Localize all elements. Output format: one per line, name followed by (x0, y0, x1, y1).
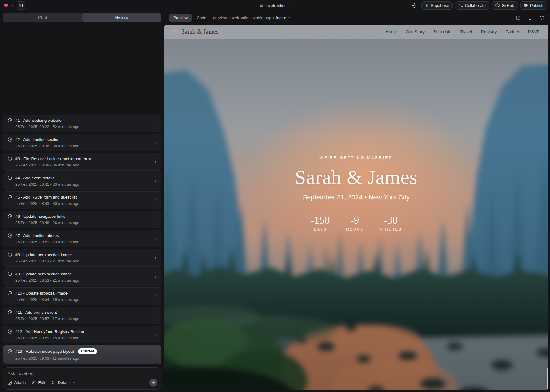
history-item-timestamp: 25 Feb 2025, 08:51 - 23 minutes ago (15, 240, 150, 244)
publish-button[interactable]: Publish (520, 1, 547, 10)
chat-composer: Attach Edit (3, 367, 161, 390)
history-item-title: #1 - Add wedding website (15, 118, 62, 123)
history-item-title: #4 - Add event details (15, 176, 54, 180)
panel-left-icon (18, 3, 23, 8)
history-item[interactable]: #10 - Update proposal image 25 Feb 2025,… (3, 287, 161, 305)
history-item-title: #11 - Add brunch event (15, 310, 57, 315)
preview-scrollbar[interactable] (547, 368, 548, 389)
history-item-timestamp: 25 Feb 2025, 08:53 - 21 minutes ago (15, 278, 150, 283)
history-icon (8, 349, 12, 354)
mode-select-button[interactable]: Default (51, 380, 76, 385)
chevron-right-icon (153, 141, 157, 145)
history-item[interactable]: #2 - Add timeline section 25 Feb 2025, 0… (3, 134, 161, 151)
wedding-site: Sarah & James Home Our Story Schedule Tr… (164, 25, 548, 390)
history-item-title: #3 - Fix: Resolve Lucide-react import er… (15, 157, 91, 161)
nav-link-registry[interactable]: Registry (481, 29, 497, 34)
mobile-view-icon[interactable] (528, 16, 532, 20)
nav-link-our-story[interactable]: Our Story (406, 29, 425, 34)
history-item[interactable]: #12 - Add Honeyfund Registry Section 25 … (3, 326, 161, 343)
target-icon (32, 380, 36, 385)
history-item-timestamp: 25 Feb 2025, 08:36 - 38 minutes ago (15, 144, 150, 148)
history-item-title: #7 - Add timeline photos (15, 233, 59, 238)
tab-history[interactable]: History (82, 13, 162, 22)
arrow-up-icon (151, 381, 156, 385)
edit-button[interactable]: Edit (32, 380, 45, 385)
hero-eyebrow: WE'RE GETTING MARRIED (319, 156, 393, 160)
tab-preview[interactable]: Preview (169, 14, 192, 22)
chevron-right-icon (153, 198, 157, 202)
history-item[interactable]: #7 - Add timeline photos 25 Feb 2025, 08… (3, 230, 161, 247)
history-item-current[interactable]: #13 - Refactor index page layout Current… (3, 345, 161, 364)
history-item[interactable]: #4 - Add event details 25 Feb 2025, 08:4… (3, 172, 161, 190)
history-icon (8, 156, 12, 161)
hero-section: WE'RE GETTING MARRIED Sarah & James Sept… (164, 25, 548, 376)
history-item[interactable]: #9 - Update hero section image 25 Feb 20… (3, 268, 161, 286)
countdown-hours-value: -9 (350, 214, 359, 226)
history-item[interactable]: #6 - Update navigation links 25 Feb 2025… (3, 211, 161, 228)
sidebar-tabs: Chat History (3, 13, 161, 22)
chat-input[interactable] (8, 371, 157, 377)
countdown-hours: -9 HOURS (346, 214, 364, 232)
nav-link-schedule[interactable]: Schedule (433, 29, 451, 34)
refresh-icon[interactable] (539, 16, 544, 20)
lovable-heart-logo-icon[interactable] (3, 3, 9, 8)
history-item[interactable]: #5 - Add RSVP form and guest list 25 Feb… (3, 191, 161, 209)
history-item[interactable]: #1 - Add wedding website 25 Feb 2025, 08… (3, 115, 161, 132)
chevron-right-icon (153, 352, 157, 356)
chevron-down-icon (288, 16, 291, 19)
supabase-button[interactable]: Supabase (421, 1, 453, 10)
history-item-title: #8 - Update hero section image (15, 253, 72, 257)
site-brand[interactable]: Sarah & James (173, 28, 219, 35)
settings-button[interactable] (410, 1, 419, 10)
history-item-timestamp: 25 Feb 2025, 08:57 - 17 minutes ago (15, 316, 150, 321)
history-item-title: #9 - Update hero section image (15, 272, 72, 276)
history-icon (8, 137, 12, 142)
preview-toolbar: Preview Code preview--lovefrontier.lovab… (164, 11, 548, 25)
supabase-bolt-icon (425, 4, 429, 7)
site-header: Sarah & James Home Our Story Schedule Tr… (164, 25, 548, 39)
tab-chat[interactable]: Chat (3, 13, 82, 22)
nav-link-gallery[interactable]: Gallery (506, 29, 519, 34)
preview-url-page: index (276, 16, 286, 20)
toggle-sidebar-button[interactable] (17, 1, 25, 10)
site-brand-name: Sarah & James (181, 28, 219, 35)
preview-url[interactable]: preview--lovefrontier.lovable.app / inde… (213, 16, 290, 20)
countdown-hours-label: HOURS (346, 227, 364, 232)
sidebar: Chat History #1 - Add wedding website 25… (0, 11, 164, 392)
history-item-title: #6 - Update navigation links (15, 214, 65, 219)
chevron-right-icon (153, 160, 157, 164)
attach-button[interactable]: Attach (8, 380, 26, 385)
history-item-title: #10 - Update proposal image (15, 291, 68, 295)
site-nav: Home Our Story Schedule Travel Registry … (385, 29, 540, 34)
countdown-minutes: -30 MINUTES (380, 214, 402, 232)
heart-icon (173, 29, 179, 34)
history-item-timestamp: 25 Feb 2025, 08:41 - 33 minutes ago (15, 182, 150, 187)
chevron-right-icon (153, 217, 157, 221)
history-item[interactable]: #8 - Update hero section image 25 Feb 20… (3, 249, 161, 267)
preview-url-domain: preview--lovefrontier.lovable.app (213, 16, 271, 20)
history-item-timestamp: 25 Feb 2025, 08:48 - 26 minutes ago (15, 220, 150, 225)
countdown-days: -158 DAYS (311, 214, 330, 232)
nav-link-home[interactable]: Home (385, 29, 397, 34)
countdown-minutes-label: MINUTES (380, 227, 402, 232)
globe-icon (524, 3, 528, 7)
history-item[interactable]: #11 - Add brunch event 25 Feb 2025, 08:5… (3, 307, 161, 324)
project-switcher[interactable]: lovefrontier (259, 3, 291, 8)
collaborate-button[interactable]: Collaborate (455, 1, 489, 10)
tab-code[interactable]: Code (197, 16, 206, 20)
chevron-down-icon[interactable] (11, 4, 14, 7)
history-item-title: #2 - Add timeline section (15, 137, 59, 142)
send-button[interactable] (149, 379, 157, 387)
history-icon (8, 214, 12, 219)
users-icon (459, 3, 463, 7)
nav-link-rsvp[interactable]: RSVP (528, 29, 540, 34)
github-button[interactable]: GitHub (492, 1, 518, 10)
nav-link-travel[interactable]: Travel (460, 29, 472, 34)
preview-viewport: Sarah & James Home Our Story Schedule Tr… (164, 25, 548, 390)
open-external-icon[interactable] (516, 15, 521, 20)
history-item[interactable]: #3 - Fix: Resolve Lucide-react import er… (3, 153, 161, 171)
project-name: lovefrontier (266, 3, 286, 8)
history-item-title: #5 - Add RSVP form and guest list (15, 195, 77, 199)
history-icon (8, 175, 12, 180)
current-badge: Current (78, 348, 97, 354)
